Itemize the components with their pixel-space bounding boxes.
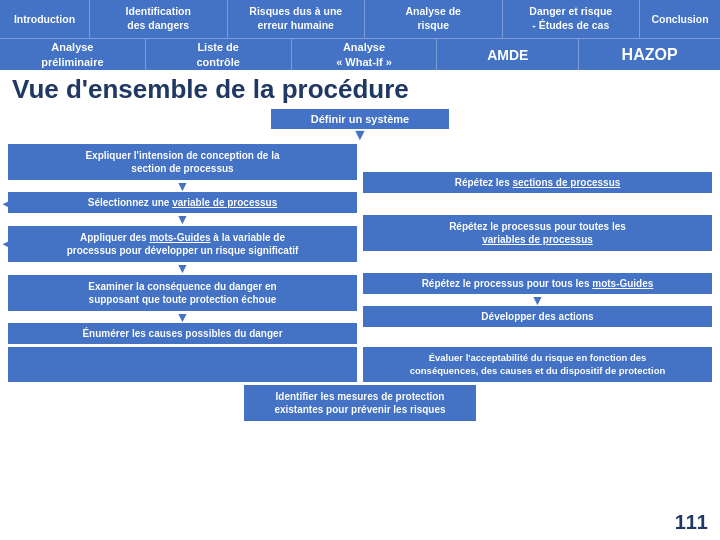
box-enumerer-label xyxy=(8,347,357,382)
identifier-section: Identifier les mesures de protectionexis… xyxy=(0,385,720,421)
box-identifier: Identifier les mesures de protectionexis… xyxy=(244,385,475,421)
nav-hazop[interactable]: HAZOP xyxy=(579,39,720,70)
arrow4: ▼ xyxy=(8,311,357,324)
arrow1: ▼ xyxy=(8,180,357,193)
box-developper: Développer des actions xyxy=(363,306,712,327)
left-col: Expliquer l'intension de conception de l… xyxy=(8,144,357,344)
nav-identification[interactable]: Identificationdes dangers xyxy=(90,0,228,38)
right-col: Répétez les sections de processus Répéte… xyxy=(363,144,712,344)
nav-risques[interactable]: Risques dus à uneerreur humaine xyxy=(228,0,366,38)
box-repeter-variables: Répétez le processus pour toutes lesvari… xyxy=(363,215,712,251)
nav-liste-controle[interactable]: Liste decontrôle xyxy=(146,39,292,70)
nav-introduction[interactable]: Introduction xyxy=(0,0,90,38)
bottom-area: Évaluer l'acceptabilité du risque en fon… xyxy=(0,347,720,382)
arrow-down-definir: ▼ xyxy=(0,129,720,142)
nav-conclusion[interactable]: Conclusion xyxy=(640,0,720,38)
title-section: Vue d'ensemble de la procédure xyxy=(0,70,720,107)
box-repeter-mots: Répétez le processus pour tous les mots-… xyxy=(363,273,712,294)
box-selectionner: ◄ Sélectionnez une variable de processus xyxy=(8,192,357,213)
box-enumerer: Énumérer les causes possibles du danger xyxy=(8,323,357,344)
arrow3: ▼ xyxy=(8,262,357,275)
arrow-right-down: ▼ xyxy=(363,294,712,307)
box-examiner: Examiner la conséquence du danger ensupp… xyxy=(8,275,357,311)
arrow2: ▼ xyxy=(8,213,357,226)
box-evaluer: Évaluer l'acceptabilité du risque en fon… xyxy=(363,347,712,382)
nav-row-1: Introduction Identificationdes dangers R… xyxy=(0,0,720,38)
nav-analyse-prelim[interactable]: Analysepréliminaire xyxy=(0,39,146,70)
box-repeter-sections: Répétez les sections de processus xyxy=(363,172,712,193)
definir-section: Définir un système ▼ xyxy=(0,109,720,142)
nav-danger[interactable]: Danger et risque- Études de cas xyxy=(503,0,641,38)
arrow-left-1: ◄ xyxy=(0,195,13,210)
nav-whatif[interactable]: Analyse« What-If » xyxy=(292,39,438,70)
box-appliquer: ◄ Appliquer des mots-Guides à la variabl… xyxy=(8,226,357,262)
two-col: Expliquer l'intension de conception de l… xyxy=(0,144,720,344)
page-title: Vue d'ensemble de la procédure xyxy=(12,74,409,104)
box-expliquer: Expliquer l'intension de conception de l… xyxy=(8,144,357,180)
nav-row-2: Analysepréliminaire Liste decontrôle Ana… xyxy=(0,38,720,70)
arrow-left-2: ◄ xyxy=(0,236,13,253)
nav-amde[interactable]: AMDE xyxy=(437,39,579,70)
nav-analyse-risque[interactable]: Analyse derisque xyxy=(365,0,503,38)
page-number: 111 xyxy=(675,511,708,534)
